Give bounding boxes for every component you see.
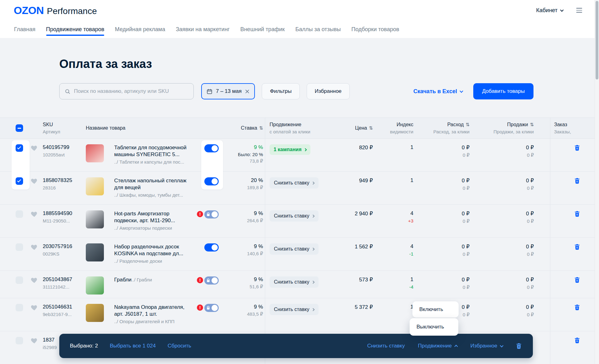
search-box[interactable] (59, 83, 194, 99)
bid-rate-was: Было: 20 % (224, 152, 263, 157)
delete-row-icon[interactable] (574, 144, 581, 151)
bid-rate-rub: 483,5 ₽ (224, 311, 263, 317)
promotion-menu-button[interactable]: Продвижение (418, 343, 457, 349)
toolbar: 7 – 13 мая Фильтры Избранное Скачать в E… (59, 83, 533, 99)
spend: 0 ₽ (415, 210, 470, 217)
favorite-icon[interactable] (31, 276, 38, 284)
lower-bid-button[interactable]: Снизить ставку (270, 210, 319, 222)
column-sku: SKU (43, 122, 86, 127)
nav-tab[interactable]: Продвижение товаров (46, 21, 105, 38)
menu-icon[interactable] (576, 8, 582, 13)
reset-selection-link[interactable]: Сбросить (168, 343, 191, 349)
selection-bar: Выбрано: 2 Выбрать все 1 024 Сбросить Сн… (59, 334, 533, 358)
bid-rate: 9 % (224, 243, 263, 250)
search-input[interactable] (74, 88, 188, 94)
sort-icon[interactable] (367, 125, 373, 131)
bid-rate-rub: 51,6 ₽ (224, 284, 263, 290)
lower-bid-button[interactable]: Снизить ставку (270, 243, 319, 255)
sort-icon[interactable] (257, 125, 263, 131)
price: 2 940 ₽ (325, 210, 373, 217)
favorite-icon[interactable] (31, 304, 38, 311)
row-checkbox[interactable] (16, 210, 23, 218)
select-all-checkbox[interactable] (16, 124, 23, 132)
bid-rate: 20 % (224, 177, 263, 184)
bid-toggle[interactable] (204, 243, 219, 251)
favorites-action[interactable]: Избранное (470, 343, 503, 349)
favorite-icon[interactable] (31, 337, 38, 344)
lower-bid-action[interactable]: Снизить ставку (367, 343, 405, 349)
visibility-index: 1 (374, 177, 413, 184)
bid-toggle[interactable] (204, 144, 219, 152)
toggle-knob (212, 305, 218, 311)
delete-row-icon[interactable] (574, 243, 581, 250)
product-sku: 2051046631 (43, 304, 86, 310)
download-excel-button[interactable]: Скачать в Excel (413, 88, 463, 95)
nav-tab[interactable]: Заявки на маркетинг (176, 21, 230, 38)
product-category: ../ Разделочные доски (114, 258, 193, 264)
column-visibility: Индекс (374, 122, 413, 127)
close-icon[interactable] (245, 89, 250, 94)
ozon-logo: OZON Performance (14, 4, 97, 17)
product-name: Стеллаж напольный стеллаж для вещей (114, 177, 193, 191)
row-checkbox[interactable] (16, 144, 23, 152)
row-checkbox[interactable] (16, 177, 23, 185)
product-row: 20307579160029KSНабор разделочных досок … (0, 238, 599, 271)
lower-bid-button[interactable]: Снизить ставку (270, 304, 319, 315)
price: 820 ₽ (325, 144, 373, 151)
date-range-chip[interactable]: 7 – 13 мая (201, 83, 255, 99)
row-checkbox[interactable] (16, 337, 23, 344)
toggle-knob (212, 244, 218, 251)
toggle-knob (212, 211, 218, 218)
campaign-chip[interactable]: 1 кампания (270, 144, 310, 155)
spend-per-clicks: 0 ₽ (415, 251, 470, 257)
nav-tab[interactable]: Главная (14, 21, 36, 38)
sort-icon[interactable] (528, 122, 534, 127)
visibility-delta: -4 (374, 284, 413, 290)
favorite-icon[interactable] (31, 144, 38, 152)
bid-toggle[interactable] (204, 210, 219, 218)
row-checkbox[interactable] (16, 304, 23, 311)
product-row: 540195799102055avtТаблетки для посудомое… (0, 139, 599, 172)
visibility-index: 1 (374, 304, 413, 310)
delete-row-icon[interactable] (574, 304, 581, 311)
ozon-performance-app: OZON Performance Кабинет ГлавнаяПродвиже… (0, 0, 599, 364)
filters-button[interactable]: Фильтры (262, 83, 300, 99)
chevron-up-icon (454, 345, 458, 348)
row-checkbox[interactable] (16, 276, 23, 284)
cabinet-menu[interactable]: Кабинет (536, 7, 563, 14)
delete-row-icon[interactable] (574, 177, 581, 184)
warning-icon (197, 304, 203, 311)
delete-row-icon[interactable] (574, 210, 581, 217)
nav-tab[interactable]: Подборки товаров (351, 21, 399, 38)
row-checkbox[interactable] (16, 243, 23, 251)
product-image (86, 243, 104, 261)
add-products-button[interactable]: Добавить товары (473, 83, 533, 99)
sales: 0 ₽ (471, 210, 534, 217)
bid-toggle[interactable] (204, 276, 219, 285)
product-category: ../ Опоры двигателей и КПП (114, 319, 193, 324)
menu-item-disable[interactable]: Выключить (410, 318, 458, 336)
date-range-label: 7 – 13 мая (216, 88, 241, 94)
lower-bid-button[interactable]: Снизить ставку (270, 276, 319, 288)
favorite-icon[interactable] (31, 177, 38, 185)
nav-tab[interactable]: Баллы за отзывы (295, 21, 341, 38)
bid-toggle[interactable] (204, 177, 219, 185)
nav-tab[interactable]: Внешний трафик (240, 21, 285, 38)
favorite-icon[interactable] (31, 243, 38, 251)
lower-bid-button[interactable]: Снизить ставку (270, 177, 319, 189)
column-name: Название товара (86, 125, 204, 131)
price: 949 ₽ (325, 177, 373, 184)
favorite-icon[interactable] (31, 210, 38, 218)
menu-item-enable[interactable]: Включить (412, 301, 459, 318)
bid-toggle[interactable] (204, 304, 219, 312)
favorites-button[interactable]: Избранное (307, 83, 350, 99)
delete-row-icon[interactable] (574, 337, 581, 344)
sort-icon[interactable] (464, 122, 470, 127)
visibility-index: 4 (374, 243, 413, 250)
sc rollbar-thumb[interactable] (596, 1, 598, 79)
product-name: Набор разделочных досок KOSINKA на подст… (114, 243, 193, 257)
select-all-link[interactable]: Выбрать все 1 024 (110, 343, 156, 349)
nav-tab[interactable]: Медийная реклама (115, 21, 165, 38)
delete-row-icon[interactable] (574, 276, 581, 283)
delete-selected-icon[interactable] (515, 342, 522, 349)
